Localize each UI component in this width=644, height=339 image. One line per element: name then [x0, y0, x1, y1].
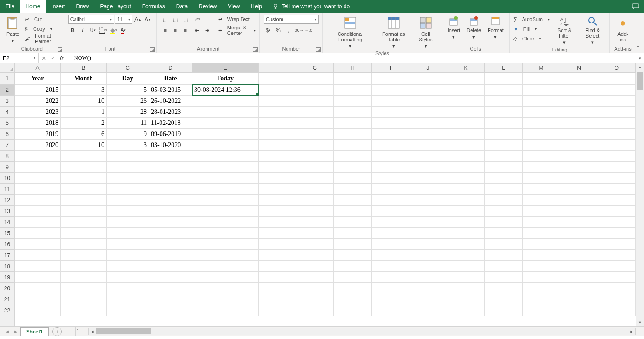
cell-N2[interactable] [560, 85, 598, 96]
cell-M15[interactable] [523, 228, 560, 239]
cell-F7[interactable] [259, 140, 296, 151]
font-color-button[interactable]: A▾ [119, 26, 128, 35]
tab-review[interactable]: Review [193, 0, 222, 13]
paste-button[interactable]: Paste▾ [4, 15, 22, 44]
cell-M10[interactable] [523, 173, 560, 184]
cell-F14[interactable] [259, 217, 296, 228]
cell-D14[interactable] [149, 217, 192, 228]
cell-O13[interactable] [598, 206, 636, 217]
cell-F17[interactable] [259, 250, 296, 261]
cell-E10[interactable] [192, 173, 259, 184]
cell-D18[interactable] [149, 261, 192, 272]
cell-J8[interactable] [409, 151, 447, 162]
column-header-M[interactable]: M [523, 63, 560, 72]
tab-file[interactable]: File [0, 0, 20, 13]
cell-O10[interactable] [598, 173, 636, 184]
cell-H9[interactable] [334, 162, 372, 173]
cell-L22[interactable] [485, 305, 523, 316]
cell-L13[interactable] [485, 206, 523, 217]
cell-C9[interactable] [107, 162, 149, 173]
cell-H12[interactable] [334, 195, 372, 206]
cell-O15[interactable] [598, 228, 636, 239]
cell-G1[interactable] [296, 73, 334, 85]
align-center-icon[interactable]: ≡ [171, 26, 180, 35]
cell-L20[interactable] [485, 283, 523, 294]
cell-M6[interactable] [523, 129, 560, 140]
row-header-19[interactable]: 19 [0, 272, 14, 283]
cell-J11[interactable] [409, 184, 447, 195]
tab-data[interactable]: Data [171, 0, 193, 13]
cell-B19[interactable] [61, 272, 107, 283]
cell-K13[interactable] [447, 206, 485, 217]
column-header-G[interactable]: G [296, 63, 334, 72]
cell-J15[interactable] [409, 228, 447, 239]
cell-N21[interactable] [560, 294, 598, 305]
cell-A18[interactable] [15, 261, 61, 272]
cell-C21[interactable] [107, 294, 149, 305]
cell-K9[interactable] [447, 162, 485, 173]
cancel-formula-icon[interactable]: ✕ [41, 55, 46, 62]
cell-A14[interactable] [15, 217, 61, 228]
cell-D11[interactable] [149, 184, 192, 195]
cell-J21[interactable] [409, 294, 447, 305]
cell-G7[interactable] [296, 140, 334, 151]
cell-styles-button[interactable]: Cell Styles▾ [414, 15, 437, 50]
find-select-button[interactable]: Find & Select▾ [579, 15, 606, 46]
cell-C10[interactable] [107, 173, 149, 184]
cell-B16[interactable] [61, 239, 107, 250]
cell-N13[interactable] [560, 206, 598, 217]
cell-D22[interactable] [149, 305, 192, 316]
cell-I2[interactable] [372, 85, 409, 96]
increase-font-icon[interactable]: A▲ [133, 15, 143, 24]
cell-L17[interactable] [485, 250, 523, 261]
cell-M1[interactable] [523, 73, 560, 85]
cell-A8[interactable] [15, 151, 61, 162]
cell-D9[interactable] [149, 162, 192, 173]
cell-K10[interactable] [447, 173, 485, 184]
cell-A16[interactable] [15, 239, 61, 250]
cell-H1[interactable] [334, 73, 372, 85]
enter-formula-icon[interactable]: ✓ [51, 55, 55, 62]
decrease-decimal-icon[interactable]: ←.0 [304, 26, 313, 35]
cell-C12[interactable] [107, 195, 149, 206]
row-header-10[interactable]: 10 [0, 173, 14, 184]
cell-B7[interactable]: 10 [61, 140, 107, 151]
cell-I3[interactable] [372, 96, 409, 107]
sort-filter-button[interactable]: AZSort & Filter▾ [552, 15, 576, 46]
cell-H17[interactable] [334, 250, 372, 261]
cell-M20[interactable] [523, 283, 560, 294]
cell-E4[interactable] [192, 107, 259, 118]
cell-B1[interactable]: Month [61, 73, 107, 85]
align-middle-icon[interactable]: ⬚ [171, 15, 180, 24]
cell-K5[interactable] [447, 118, 485, 129]
cell-B14[interactable] [61, 217, 107, 228]
cell-H13[interactable] [334, 206, 372, 217]
tab-home[interactable]: Home [20, 0, 46, 13]
cell-K6[interactable] [447, 129, 485, 140]
cell-D21[interactable] [149, 294, 192, 305]
cell-O3[interactable] [598, 96, 636, 107]
cell-C16[interactable] [107, 239, 149, 250]
cell-D2[interactable]: 05-03-2015 [149, 85, 192, 96]
cell-D5[interactable]: 11-02-2018 [149, 118, 192, 129]
cell-O11[interactable] [598, 184, 636, 195]
cell-I18[interactable] [372, 261, 409, 272]
cell-O20[interactable] [598, 283, 636, 294]
cell-B9[interactable] [61, 162, 107, 173]
percent-format-icon[interactable]: % [274, 26, 283, 35]
cell-J22[interactable] [409, 305, 447, 316]
dialog-launcher-icon[interactable]: ◢ [253, 47, 258, 52]
cell-L4[interactable] [485, 107, 523, 118]
cell-C1[interactable]: Day [107, 73, 149, 85]
cell-K16[interactable] [447, 239, 485, 250]
cell-M21[interactable] [523, 294, 560, 305]
cell-F9[interactable] [259, 162, 296, 173]
format-cells-button[interactable]: Format▾ [486, 15, 506, 40]
cell-G13[interactable] [296, 206, 334, 217]
fill-color-button[interactable]: ▾ [109, 26, 118, 35]
cell-N3[interactable] [560, 96, 598, 107]
cell-C14[interactable] [107, 217, 149, 228]
cell-B17[interactable] [61, 250, 107, 261]
cell-K21[interactable] [447, 294, 485, 305]
addins-button[interactable]: ●Add-ins [614, 15, 632, 43]
